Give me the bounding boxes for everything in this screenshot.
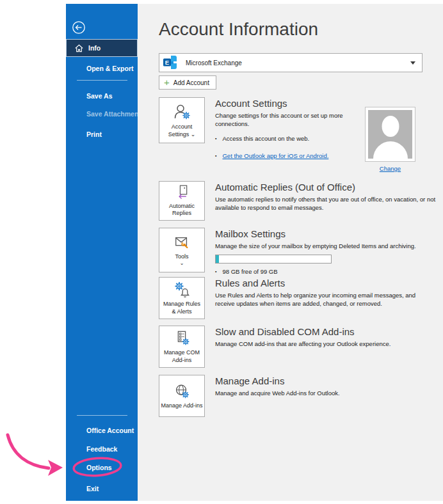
mailbox-usage-fill	[216, 255, 219, 263]
chevron-down-icon	[410, 61, 415, 65]
web-addins-icon	[173, 382, 191, 400]
account-settings-icon	[172, 102, 191, 122]
manage-addins-button[interactable]: Manage Add-ins	[159, 375, 205, 417]
automatic-replies-icon	[173, 184, 191, 201]
account-settings-button[interactable]: Account Settings ⌄	[159, 97, 205, 143]
sidebar-item-print[interactable]: Print	[66, 129, 138, 139]
rules-alerts-icon	[172, 281, 191, 299]
chevron-down-icon: ⌄	[180, 262, 184, 265]
section-heading: Account Settings	[215, 98, 353, 109]
sidebar-divider-bottom	[77, 415, 127, 416]
svg-text:E: E	[165, 59, 169, 66]
main-content: Account Information E Microsoft Exchange…	[138, 4, 443, 501]
manage-rules-alerts-button[interactable]: Manage Rules & Alerts	[159, 277, 205, 319]
section-description: Use Rules and Alerts to help organize yo…	[215, 291, 436, 308]
sidebar-item-feedback[interactable]: Feedback	[66, 443, 138, 454]
annotation-arrow	[8, 435, 49, 468]
sidebar-item-label: Info	[88, 44, 101, 52]
section-mailbox-settings: Tools ⌄ Mailbox Settings Manage the size…	[159, 228, 436, 275]
outlook-app-link[interactable]: Get the Outlook app for iOS or Android.	[222, 152, 328, 159]
account-dropdown[interactable]: E Microsoft Exchange	[159, 53, 423, 72]
com-addins-icon	[173, 329, 191, 347]
tools-button[interactable]: Tools ⌄	[159, 228, 205, 272]
change-photo-link[interactable]: Change	[365, 165, 415, 172]
bullet-access-web: Access this account on the web.	[215, 135, 353, 142]
back-button[interactable]	[72, 20, 86, 35]
sidebar-item-open-export[interactable]: Open & Export	[66, 63, 138, 74]
section-description: Manage the size of your mailbox by empty…	[215, 242, 436, 250]
section-rules-alerts: Manage Rules & Alerts Rules and Alerts U…	[159, 277, 436, 319]
section-heading: Slow and Disabled COM Add-ins	[215, 326, 436, 337]
avatar	[365, 107, 415, 162]
avatar-placeholder-icon	[368, 110, 412, 159]
section-heading: Automatic Replies (Out of Office)	[215, 182, 436, 193]
account-dropdown-value: Microsoft Exchange	[186, 59, 242, 67]
plus-icon: +	[164, 77, 170, 87]
section-description: Manage COM add-ins that are affecting yo…	[215, 340, 436, 348]
sidebar-item-info[interactable]: Info	[66, 39, 138, 57]
section-com-addins: Manage COM Add-ins Slow and Disabled COM…	[159, 326, 436, 368]
automatic-replies-button[interactable]: Automatic Replies	[159, 181, 205, 221]
sidebar-divider	[77, 80, 127, 81]
mailbox-tools-icon	[173, 235, 191, 251]
sidebar-item-save-attachments: Save Attachments	[66, 108, 138, 119]
sidebar-item-save-as[interactable]: Save As	[66, 90, 138, 101]
annotation-arrowhead	[48, 460, 63, 476]
bullet-get-outlook-app: Get the Outlook app for iOS or Android.	[215, 152, 353, 159]
chevron-down-icon: ⌄	[191, 131, 196, 138]
section-account-settings: Account Settings ⌄ Account Settings Chan…	[159, 97, 353, 159]
section-manage-addins: Manage Add-ins Manage Add-ins Manage and…	[159, 375, 436, 417]
section-description: Change settings for this account or set …	[215, 111, 353, 129]
add-account-label: Add Account	[173, 79, 209, 86]
section-heading: Manage Add-ins	[215, 375, 436, 386]
section-heading: Mailbox Settings	[215, 228, 436, 239]
page-title: Account Information	[159, 19, 318, 40]
sidebar-item-options[interactable]: Options	[66, 462, 138, 473]
outlook-backstage: Info Open & Export Save As Save Attachme…	[0, 0, 443, 504]
sidebar-item-exit[interactable]: Exit	[66, 483, 138, 494]
manage-com-addins-button[interactable]: Manage COM Add-ins	[159, 326, 205, 368]
home-icon	[74, 43, 84, 53]
sidebar: Info Open & Export Save As Save Attachme…	[66, 4, 138, 501]
back-arrow-icon	[72, 20, 86, 35]
sidebar-item-office-account[interactable]: Office Account	[66, 425, 138, 436]
section-description: Use automatic replies to notify others t…	[215, 195, 436, 212]
section-heading: Rules and Alerts	[215, 278, 436, 288]
section-description: Manage and acquire Web Add-ins for Outlo…	[215, 389, 436, 397]
microsoft-exchange-icon: E	[163, 55, 178, 70]
mailbox-usage-bar	[215, 255, 332, 264]
section-automatic-replies: Automatic Replies Automatic Replies (Out…	[159, 181, 436, 221]
storage-text: 98 GB free of 99 GB	[215, 268, 436, 275]
add-account-button[interactable]: + Add Account	[159, 75, 216, 90]
